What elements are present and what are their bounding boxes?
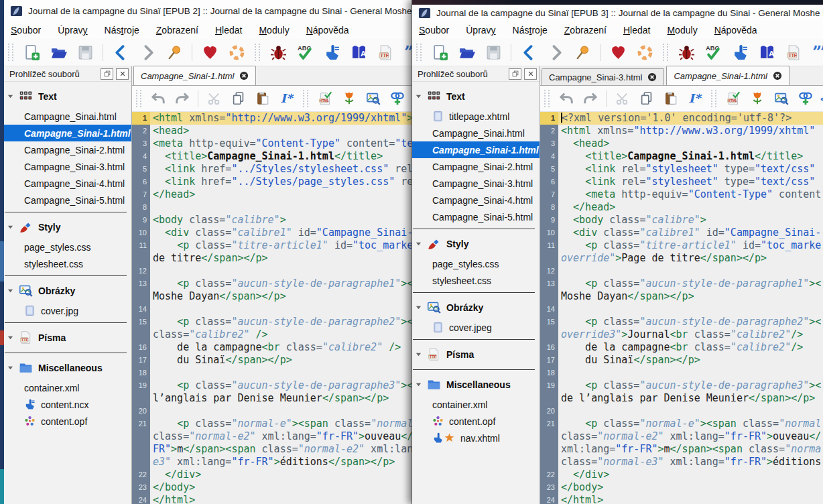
file-tree-item[interactable]: nav.xhtml	[412, 430, 540, 446]
insert-link-button[interactable]	[796, 90, 814, 108]
paste-button[interactable]	[661, 90, 680, 108]
menu-item-hledat[interactable]: Hledat	[215, 25, 243, 36]
menu-item-soubor[interactable]: Soubor	[11, 25, 41, 36]
tab-close-icon[interactable]	[773, 71, 782, 80]
editor-tab[interactable]: Campagne_Sinai-1.html	[133, 66, 256, 85]
new-epub-button[interactable]	[21, 42, 42, 62]
quotes-button[interactable]: ””	[810, 42, 823, 62]
redo-button[interactable]	[581, 90, 599, 108]
toolbar-drag-handle[interactable]	[8, 44, 13, 61]
float-panel-button[interactable]	[101, 68, 113, 80]
file-tree-item[interactable]: content.ncx	[4, 396, 131, 413]
file-tree-item[interactable]: page_styles.css	[4, 239, 131, 255]
metadata-editor-button[interactable]: A	[349, 42, 369, 62]
expander-icon[interactable]	[7, 224, 13, 230]
undo-button[interactable]	[149, 90, 167, 108]
file-section-miscellaneous[interactable]: Miscellaneous	[4, 356, 131, 379]
file-tree-item[interactable]: Campagne_Sinai.html	[412, 125, 540, 141]
close-panel-button[interactable]	[524, 68, 537, 80]
support-lifebuoy-button[interactable]	[227, 42, 247, 62]
file-tree-item[interactable]: page_styles.css	[412, 255, 540, 272]
expander-icon[interactable]	[7, 365, 13, 371]
file-tree-item[interactable]: container.xml	[4, 379, 131, 396]
save-button[interactable]	[483, 42, 503, 62]
file-tree-item[interactable]: Campagne_Sinai-3.html	[4, 158, 131, 175]
paste-button[interactable]	[253, 90, 271, 108]
file-section-styly[interactable]: Styly	[4, 215, 131, 239]
expander-icon[interactable]	[416, 304, 422, 310]
file-section-pisma[interactable]: TTFPísma	[4, 326, 131, 349]
file-section-miscellaneous[interactable]: Miscellaneous	[412, 373, 540, 396]
editor-tab[interactable]: Campagne_Sinai-1.html	[666, 66, 789, 85]
pin-button[interactable]	[164, 42, 184, 62]
menu-item-zobrazeni[interactable]: Zobrazení	[564, 25, 607, 36]
insert-file-tulip-button[interactable]	[340, 90, 358, 108]
window-titlebar[interactable]: Journal de la campagne du Sinaï [EPUB 2]…	[4, 0, 412, 21]
insert-image-button[interactable]	[772, 90, 790, 108]
file-tree-item[interactable]: Campagne_Sinai-5.html	[4, 192, 131, 208]
menu-item-napoveda[interactable]: Nápověda	[714, 25, 757, 36]
menu-item-upravy[interactable]: Úpravy	[58, 25, 87, 36]
expander-icon[interactable]	[7, 334, 13, 340]
cut-button[interactable]	[613, 90, 631, 108]
close-panel-button[interactable]	[116, 68, 129, 80]
file-tree-item[interactable]: cover.jpeg	[412, 319, 540, 336]
menu-item-nastroje[interactable]: Nástroje	[513, 25, 548, 36]
open-button[interactable]	[48, 42, 68, 62]
code-editor[interactable]: 1<?xml version='1.0' encoding='utf-8'?>2…	[540, 112, 823, 504]
copy-button[interactable]	[637, 90, 655, 108]
generate-toc-button[interactable]	[322, 42, 342, 62]
file-tree-item[interactable]: stylesheet.css	[4, 255, 131, 272]
menu-item-upravy[interactable]: Úpravy	[466, 25, 495, 36]
file-section-obrazky[interactable]: Obrázky	[412, 296, 540, 319]
menu-item-napoveda[interactable]: Nápověda	[306, 25, 349, 36]
report-bug-button[interactable]	[676, 42, 696, 62]
open-button[interactable]	[456, 42, 477, 62]
manage-fonts-button[interactable]: TTF	[783, 42, 804, 62]
forward-button[interactable]	[546, 42, 566, 62]
file-tree-item[interactable]: Campagne_Sinai-4.html	[4, 175, 131, 192]
back-button[interactable]	[111, 42, 131, 62]
tab-close-icon[interactable]	[239, 71, 249, 80]
code-editor[interactable]: 1<html xmlns="http://www.w3.org/1999/xht…	[132, 112, 412, 504]
file-tree-item[interactable]: content.opf	[4, 413, 131, 430]
file-tree-item[interactable]: cover.jpg	[4, 302, 131, 319]
report-bug-button[interactable]	[268, 42, 288, 62]
tab-close-icon[interactable]	[647, 72, 657, 82]
cut-button[interactable]	[205, 90, 223, 108]
menu-item-soubor[interactable]: Soubor	[419, 25, 449, 36]
spellcheck-button[interactable]: ABC	[295, 42, 315, 62]
redo-button[interactable]	[173, 90, 191, 108]
support-lifebuoy-button[interactable]	[635, 42, 655, 62]
insert-special-button[interactable]: I*	[277, 90, 296, 108]
toolbar-drag-handle[interactable]	[544, 90, 550, 107]
file-tree-item[interactable]: Campagne_Sinai-4.html	[412, 192, 540, 208]
metadata-editor-button[interactable]: A	[757, 42, 777, 62]
insert-special-button[interactable]: I*	[686, 90, 704, 108]
file-tree-item[interactable]: Campagne_Sinai-1.html	[4, 125, 131, 141]
file-section-text[interactable]: Text	[412, 84, 540, 108]
file-section-styly[interactable]: Styly	[412, 232, 540, 255]
file-tree-item[interactable]: Campagne_Sinai-2.html	[412, 158, 540, 175]
file-tree-item[interactable]: stylesheet.css	[412, 272, 540, 289]
menu-item-moduly[interactable]: Moduly	[667, 25, 697, 36]
editor-tab[interactable]: Campagne_Sinai-3.html	[542, 68, 664, 85]
menu-item-hledat[interactable]: Hledat	[623, 25, 651, 36]
float-panel-button[interactable]	[509, 68, 521, 80]
toolbar-drag-handle[interactable]	[303, 90, 308, 107]
file-tree-item[interactable]: Campagne_Sinai-3.html	[412, 175, 540, 192]
file-tree-item[interactable]: Campagne_Sinai.html	[4, 108, 131, 125]
expander-icon[interactable]	[416, 381, 422, 387]
toolbar-drag-handle[interactable]	[136, 90, 141, 107]
html-check-button[interactable]: HTML	[724, 90, 742, 108]
toolbar-drag-handle[interactable]	[711, 90, 716, 107]
expander-icon[interactable]	[416, 351, 422, 357]
file-tree-item[interactable]: titlepage.xhtml	[412, 108, 540, 125]
toolbar-drag-handle[interactable]	[255, 44, 260, 61]
file-tree-item[interactable]: Campagne_Sinai-1.html	[412, 141, 540, 158]
spellcheck-button[interactable]: ABC	[703, 42, 723, 62]
manage-fonts-button[interactable]: TTF	[375, 42, 395, 62]
insert-tag-button[interactable]: </>▾	[820, 90, 823, 108]
generate-toc-button[interactable]	[730, 42, 750, 62]
donate-heart-button[interactable]	[608, 42, 628, 62]
